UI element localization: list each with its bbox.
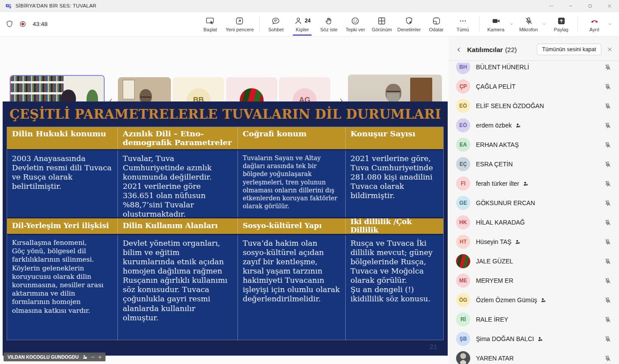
participant-row[interactable]: ÇP ÇAĞLA PELİT (449, 77, 619, 96)
close-panel-icon[interactable] (607, 46, 613, 53)
participant-row[interactable]: YA YAREN ATAR (449, 349, 619, 364)
spotlight-icon (82, 354, 87, 360)
tab-more[interactable]: Tümü (449, 13, 476, 36)
participant-row[interactable]: BH BÜLENT HÜNERLİ (449, 63, 619, 77)
mic-muted-icon[interactable] (604, 316, 611, 323)
camera-icon (491, 16, 501, 26)
mic-muted-icon[interactable] (604, 355, 611, 362)
participant-name: ÇAĞLA PELİT (476, 83, 515, 90)
mic-muted-icon[interactable] (604, 219, 611, 226)
security-shield-icon[interactable] (5, 20, 14, 28)
back-chevron-icon[interactable] (456, 46, 462, 53)
tab-chat[interactable]: Sohbet (263, 13, 289, 36)
avatar-initials: HK (459, 219, 467, 225)
avatar: ÇP (456, 79, 470, 94)
panel-divider (449, 60, 619, 61)
avatar-initials: FI (461, 180, 466, 187)
participant-row[interactable]: EA ERHAN AKTAŞ (449, 135, 619, 154)
mic-muted-icon[interactable] (604, 180, 611, 188)
presenter-name: VILDAN KOCOGLU GUNDOGDU (8, 354, 79, 360)
table-header-cell: Dil-Yerleşim Yeri ilişkisi (7, 218, 117, 234)
window-title: SİBİRYA'DAN BİR SES: TUVALAR (15, 3, 96, 8)
table-cell: Tuvaların Sayan ve Altay dağları arasınd… (238, 150, 345, 217)
tab-controls[interactable]: Denetimler (395, 13, 423, 36)
close-icon (607, 3, 612, 9)
tab-people[interactable]: 24 Kişiler (289, 13, 316, 36)
mic-muted-icon[interactable] (604, 199, 611, 207)
zoom-out-button[interactable]: − (91, 354, 94, 360)
avatar-initials: EA (460, 142, 467, 148)
table-header-cell: İki dillilik /Çok Dillilik (345, 218, 443, 234)
participant-row[interactable]: ME MERYEM ER (449, 271, 619, 290)
leave-button[interactable]: Ayrıl (581, 13, 608, 36)
smiley-icon (351, 16, 360, 26)
participant-name: YAREN ATAR (476, 355, 514, 362)
meeting-timer: 43:48 (33, 21, 48, 27)
tab-rooms[interactable]: Odalar (423, 13, 449, 36)
participants-list[interactable]: BH BÜLENT HÜNERLİ ÇP ÇAĞLA PELİT (449, 63, 619, 364)
participant-row[interactable]: FI ferah türker ilter (449, 174, 619, 193)
participant-name: HİLAL KARADAĞ (476, 219, 525, 226)
more-dots-icon (548, 3, 554, 9)
tab-raise-hand[interactable]: Söz iste (316, 13, 342, 36)
window-maximize-button[interactable] (580, 0, 600, 11)
window-titlebar: SİBİRYA'DAN BİR SES: TUVALAR (0, 0, 619, 12)
window-close-button[interactable] (600, 0, 619, 11)
recording-indicator-icon[interactable] (19, 20, 27, 28)
avatar-initials: Rİ (460, 316, 466, 323)
avatar: ŞB (456, 332, 470, 346)
chat-icon (271, 16, 280, 26)
mic-muted-icon[interactable] (604, 296, 611, 304)
avatar: JG (456, 254, 470, 268)
participant-row[interactable]: EÖ ELİF SELEN ÖZDOĞAN (449, 96, 619, 116)
avatar: YA (456, 351, 470, 364)
mic-muted-icon[interactable] (604, 102, 611, 110)
window-more-button[interactable] (541, 0, 561, 11)
start-share-button[interactable]: Başlat (197, 13, 223, 36)
participant-row[interactable]: EÖ erdem özbek (449, 116, 619, 135)
share-screen-icon (557, 16, 566, 26)
avatar: ME (456, 274, 470, 288)
mic-muted-icon[interactable] (604, 335, 611, 343)
participant-name: ELİF SELEN ÖZDOĞAN (476, 102, 544, 109)
participant-row[interactable]: ÖG Özlem Özmen Gümüş (449, 290, 619, 310)
participant-row[interactable]: ŞB Şima DOĞAN BALCI (449, 329, 619, 349)
spotlight-icon (540, 297, 546, 303)
people-count-badge: 24 (305, 18, 310, 24)
participant-row[interactable]: EÇ ESRA ÇETİN (449, 154, 619, 174)
new-window-button[interactable]: Yeni pencere (223, 13, 256, 36)
mic-muted-icon[interactable] (604, 161, 611, 168)
mic-options-chevron-icon[interactable] (542, 22, 547, 26)
leave-options-chevron-icon[interactable] (608, 22, 612, 26)
presenter-overlay: VILDAN KOCOGLU GUNDOGDU − + (4, 353, 106, 361)
participant-row[interactable]: HK HİLAL KARADAĞ (449, 213, 619, 232)
spotlight-icon (523, 181, 528, 187)
participant-row[interactable]: HT Hüseyin TAŞ (449, 232, 619, 251)
mic-muted-icon[interactable] (604, 238, 611, 246)
table-cell: Devlet yönetim organları, bilim ve eğiti… (117, 235, 238, 340)
participant-row[interactable]: Rİ RALE İREY (449, 310, 619, 329)
table-cell: Rusça ve Tuvaca İki dillilik mevcut; gün… (345, 235, 443, 340)
mute-all-button[interactable]: Tümünün sesini kapat (537, 44, 601, 55)
camera-button[interactable]: Kamera (483, 13, 509, 36)
participant-row[interactable]: GE GÖKSUNUR ERCAN (449, 193, 619, 213)
mic-muted-icon[interactable] (604, 277, 611, 285)
tab-view[interactable]: Görünüm (369, 13, 395, 36)
window-minimize-button[interactable] (561, 0, 580, 11)
share-button[interactable]: Paylaş (548, 13, 574, 36)
mic-muted-icon[interactable] (604, 83, 611, 90)
zoom-in-button[interactable]: + (98, 354, 102, 360)
mic-muted-icon[interactable] (604, 258, 611, 265)
avatar: ÖG (456, 293, 470, 307)
tab-react[interactable]: Tepki ver (342, 13, 369, 36)
camera-options-chevron-icon[interactable] (509, 22, 514, 26)
microphone-button[interactable]: Mikrofon (515, 13, 542, 36)
mic-muted-icon[interactable] (604, 64, 611, 71)
mic-muted-icon[interactable] (604, 141, 611, 149)
avatar-initials: EÇ (460, 161, 467, 167)
participant-row[interactable]: JG JALE GÜZEL (449, 251, 619, 271)
avatar-initials: EÖ (459, 103, 467, 109)
participant-name: GÖKSUNUR ERCAN (476, 199, 535, 206)
mic-muted-icon[interactable] (604, 122, 611, 129)
participant-name: ERHAN AKTAŞ (476, 141, 519, 148)
